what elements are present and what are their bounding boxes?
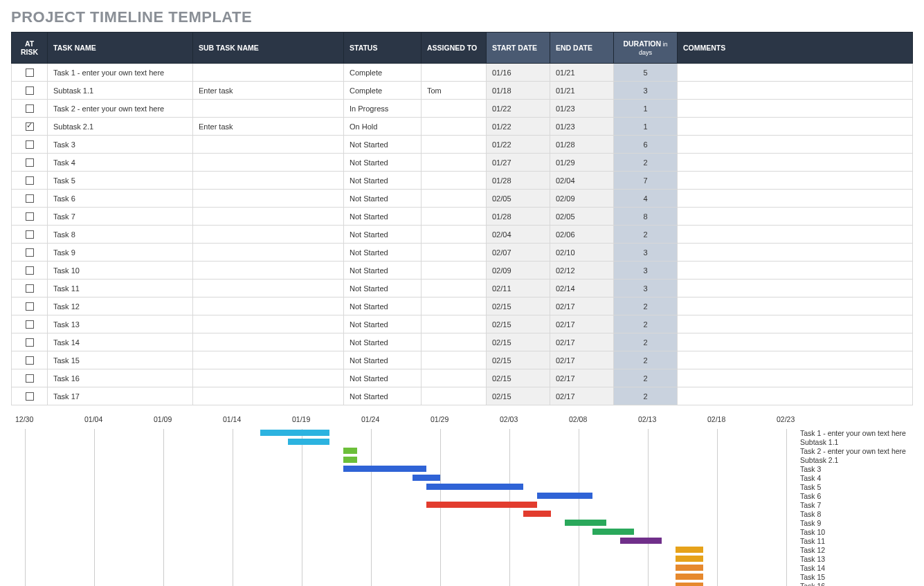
risk-checkbox[interactable] xyxy=(26,194,34,203)
status-cell[interactable]: In Progress xyxy=(344,100,422,118)
end-date-cell[interactable]: 02/17 xyxy=(550,387,614,405)
status-cell[interactable]: Complete xyxy=(344,64,422,82)
subtask-cell[interactable] xyxy=(193,280,344,297)
subtask-cell[interactable] xyxy=(193,208,344,226)
risk-checkbox[interactable] xyxy=(26,302,34,311)
start-date-cell[interactable]: 02/05 xyxy=(487,190,550,208)
start-date-cell[interactable]: 02/04 xyxy=(487,226,550,244)
start-date-cell[interactable]: 02/15 xyxy=(487,333,550,351)
end-date-cell[interactable]: 02/06 xyxy=(550,226,614,244)
assigned-cell[interactable] xyxy=(422,351,487,369)
comments-cell[interactable] xyxy=(678,190,913,208)
task-name-cell[interactable]: Task 11 xyxy=(48,280,193,297)
comments-cell[interactable] xyxy=(678,172,913,190)
status-cell[interactable]: Not Started xyxy=(344,172,422,190)
start-date-cell[interactable]: 02/15 xyxy=(487,297,550,315)
risk-checkbox[interactable] xyxy=(26,248,34,257)
start-date-cell[interactable]: 01/28 xyxy=(487,208,550,226)
risk-checkbox[interactable] xyxy=(26,122,34,131)
risk-checkbox[interactable] xyxy=(26,212,34,221)
start-date-cell[interactable]: 02/11 xyxy=(487,280,550,297)
assigned-cell[interactable] xyxy=(422,262,487,280)
end-date-cell[interactable]: 02/17 xyxy=(550,315,614,333)
status-cell[interactable]: Complete xyxy=(344,82,422,100)
subtask-cell[interactable] xyxy=(193,262,344,280)
task-name-cell[interactable]: Task 5 xyxy=(48,172,193,190)
status-cell[interactable]: Not Started xyxy=(344,136,422,154)
assigned-cell[interactable] xyxy=(422,280,487,297)
status-cell[interactable]: Not Started xyxy=(344,387,422,405)
end-date-cell[interactable]: 02/10 xyxy=(550,244,614,262)
subtask-cell[interactable]: Enter task xyxy=(193,118,344,136)
end-date-cell[interactable]: 02/09 xyxy=(550,190,614,208)
assigned-cell[interactable] xyxy=(422,244,487,262)
status-cell[interactable]: Not Started xyxy=(344,262,422,280)
assigned-cell[interactable] xyxy=(422,387,487,405)
risk-checkbox[interactable] xyxy=(26,374,34,383)
subtask-cell[interactable] xyxy=(193,297,344,315)
start-date-cell[interactable]: 01/22 xyxy=(487,136,550,154)
risk-checkbox[interactable] xyxy=(26,284,34,293)
end-date-cell[interactable]: 02/14 xyxy=(550,280,614,297)
subtask-cell[interactable] xyxy=(193,64,344,82)
subtask-cell[interactable] xyxy=(193,351,344,369)
start-date-cell[interactable]: 01/22 xyxy=(487,118,550,136)
assigned-cell[interactable] xyxy=(422,100,487,118)
task-name-cell[interactable]: Task 4 xyxy=(48,154,193,172)
task-name-cell[interactable]: Task 13 xyxy=(48,315,193,333)
task-name-cell[interactable]: Subtask 1.1 xyxy=(48,82,193,100)
assigned-cell[interactable] xyxy=(422,118,487,136)
risk-checkbox[interactable] xyxy=(26,86,34,95)
assigned-cell[interactable] xyxy=(422,154,487,172)
subtask-cell[interactable] xyxy=(193,226,344,244)
comments-cell[interactable] xyxy=(678,244,913,262)
comments-cell[interactable] xyxy=(678,262,913,280)
start-date-cell[interactable]: 02/07 xyxy=(487,244,550,262)
comments-cell[interactable] xyxy=(678,100,913,118)
comments-cell[interactable] xyxy=(678,369,913,387)
comments-cell[interactable] xyxy=(678,64,913,82)
start-date-cell[interactable]: 01/16 xyxy=(487,64,550,82)
assigned-cell[interactable] xyxy=(422,369,487,387)
risk-checkbox[interactable] xyxy=(26,104,34,113)
task-name-cell[interactable]: Task 9 xyxy=(48,244,193,262)
start-date-cell[interactable]: 02/09 xyxy=(487,262,550,280)
comments-cell[interactable] xyxy=(678,315,913,333)
comments-cell[interactable] xyxy=(678,351,913,369)
end-date-cell[interactable]: 02/17 xyxy=(550,369,614,387)
task-name-cell[interactable]: Subtask 2.1 xyxy=(48,118,193,136)
task-name-cell[interactable]: Task 16 xyxy=(48,369,193,387)
risk-checkbox[interactable] xyxy=(26,230,34,239)
start-date-cell[interactable]: 02/15 xyxy=(487,315,550,333)
status-cell[interactable]: Not Started xyxy=(344,190,422,208)
end-date-cell[interactable]: 02/04 xyxy=(550,172,614,190)
assigned-cell[interactable] xyxy=(422,333,487,351)
task-name-cell[interactable]: Task 1 - enter your own text here xyxy=(48,64,193,82)
comments-cell[interactable] xyxy=(678,226,913,244)
task-name-cell[interactable]: Task 12 xyxy=(48,297,193,315)
status-cell[interactable]: Not Started xyxy=(344,351,422,369)
subtask-cell[interactable] xyxy=(193,190,344,208)
status-cell[interactable]: Not Started xyxy=(344,244,422,262)
subtask-cell[interactable] xyxy=(193,136,344,154)
assigned-cell[interactable] xyxy=(422,315,487,333)
risk-checkbox[interactable] xyxy=(26,356,34,365)
subtask-cell[interactable] xyxy=(193,154,344,172)
comments-cell[interactable] xyxy=(678,208,913,226)
risk-checkbox[interactable] xyxy=(26,392,34,401)
assigned-cell[interactable] xyxy=(422,190,487,208)
status-cell[interactable]: Not Started xyxy=(344,208,422,226)
risk-checkbox[interactable] xyxy=(26,338,34,347)
status-cell[interactable]: Not Started xyxy=(344,280,422,297)
task-name-cell[interactable]: Task 2 - enter your own text here xyxy=(48,100,193,118)
end-date-cell[interactable]: 02/12 xyxy=(550,262,614,280)
comments-cell[interactable] xyxy=(678,387,913,405)
end-date-cell[interactable]: 02/17 xyxy=(550,297,614,315)
comments-cell[interactable] xyxy=(678,82,913,100)
subtask-cell[interactable] xyxy=(193,244,344,262)
start-date-cell[interactable]: 01/27 xyxy=(487,154,550,172)
status-cell[interactable]: Not Started xyxy=(344,226,422,244)
risk-checkbox[interactable] xyxy=(26,176,34,185)
assigned-cell[interactable]: Tom xyxy=(422,82,487,100)
subtask-cell[interactable] xyxy=(193,315,344,333)
